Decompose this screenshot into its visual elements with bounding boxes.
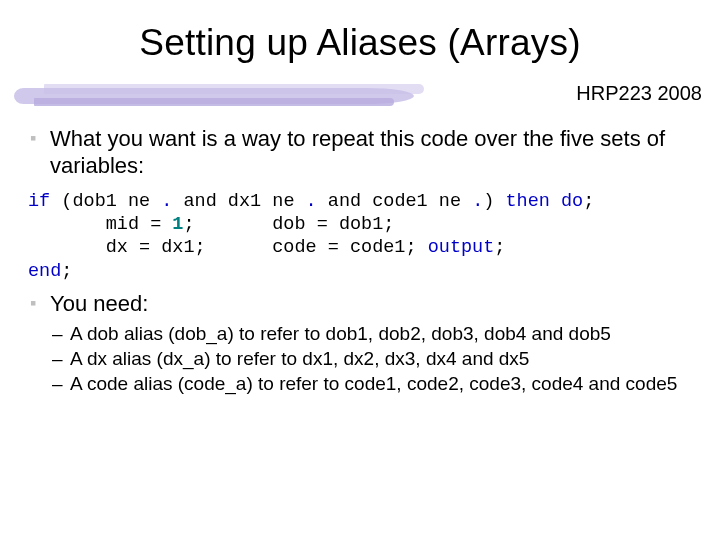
course-tag: HRP223 2008: [576, 82, 702, 105]
slide-title: Setting up Aliases (Arrays): [0, 0, 720, 64]
list-item: A code alias (code_a) to refer to code1,…: [52, 372, 690, 395]
code-block: if (dob1 ne . and dx1 ne . and code1 ne …: [28, 190, 690, 283]
bullet-need: You need:: [30, 291, 690, 318]
list-item: A dob alias (dob_a) to refer to dob1, do…: [52, 322, 690, 345]
sub-list: A dob alias (dob_a) to refer to dob1, do…: [52, 322, 690, 396]
divider-row: HRP223 2008: [0, 78, 720, 114]
list-item: A dx alias (dx_a) to refer to dx1, dx2, …: [52, 347, 690, 370]
slide-body: What you want is a way to repeat this co…: [0, 114, 720, 395]
bullet-lead: What you want is a way to repeat this co…: [30, 126, 690, 180]
brush-stroke-icon: [14, 84, 414, 106]
